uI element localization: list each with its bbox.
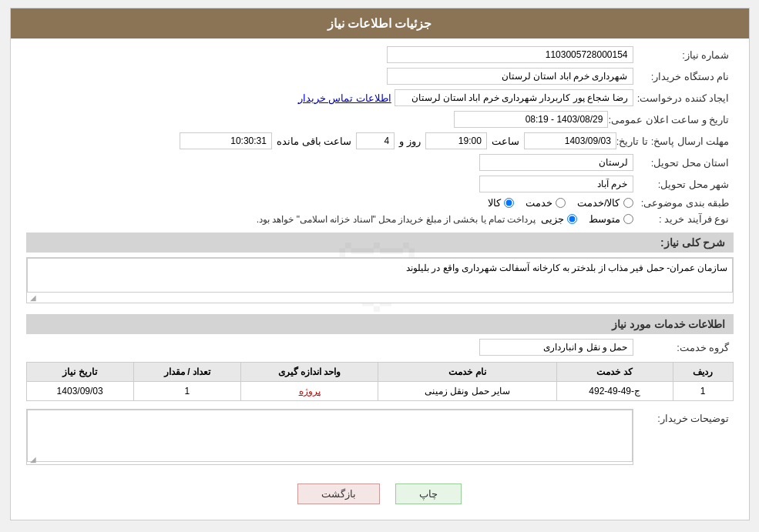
- radio-kala-khadamat-label: کالا/خدمت: [577, 197, 620, 209]
- cell-row: 1: [673, 382, 733, 401]
- category-label: طبقه بندی موضوعی:: [633, 197, 734, 209]
- radio-jozvi[interactable]: [567, 214, 577, 224]
- col-code: کد خدمت: [556, 363, 673, 382]
- col-unit: واحد اندازه گیری: [240, 363, 378, 382]
- response-deadline-label: مهلت ارسال پاسخ: تا تاریخ:: [616, 136, 734, 147]
- cell-code: ج-49-49-492: [556, 382, 673, 401]
- purchase-type-fields: متوسط جزیی پرداخت تمام یا بخشی از مبلغ خ…: [257, 213, 633, 225]
- radio-kala-label: کالا: [488, 197, 501, 209]
- services-section-header: اطلاعات خدمات مورد نیاز: [26, 314, 734, 334]
- service-group-input[interactable]: [479, 339, 633, 356]
- radio-kala[interactable]: [504, 198, 514, 208]
- announce-label: تاریخ و ساعت اعلان عمومی:: [608, 114, 733, 125]
- radio-kala-khadamat-item: کالا/خدمت: [577, 197, 633, 209]
- cell-unit[interactable]: پروژه: [240, 382, 378, 401]
- response-days-input[interactable]: [356, 132, 395, 149]
- content-area: 🛡 شماره نیاز: نام دستگاه خریدار: ایجاد ک…: [11, 38, 749, 520]
- response-deadline-fields: ساعت روز و ساعت باقی مانده: [180, 132, 616, 149]
- category-row: طبقه بندی موضوعی: کالا/خدمت خدمت کالا: [26, 197, 734, 209]
- back-button[interactable]: بازگشت: [297, 483, 380, 504]
- purchase-note: پرداخت تمام یا بخشی از مبلغ خریداز محل "…: [257, 214, 536, 225]
- buyer-org-input[interactable]: [387, 68, 633, 85]
- city-label: شهر محل تحویل:: [633, 179, 734, 190]
- response-date-input[interactable]: [524, 132, 616, 149]
- need-number-row: شماره نیاز:: [26, 46, 734, 63]
- response-time-label: ساعت: [492, 136, 519, 147]
- services-table: ردیف کد خدمت نام خدمت واحد اندازه گیری ت…: [26, 362, 734, 401]
- response-time-input[interactable]: [425, 132, 487, 149]
- need-description-container: سازمان عمران- حمل فیر مذاب از بلدختر به …: [26, 257, 734, 306]
- province-input[interactable]: [479, 154, 633, 171]
- services-section-label: اطلاعات خدمات مورد نیاز: [612, 318, 726, 330]
- need-description-label: شرح کلی نیاز:: [660, 236, 725, 249]
- page-header: جزئیات اطلاعات نیاز: [11, 8, 749, 38]
- purchase-type-radio-group: متوسط جزیی: [541, 213, 633, 225]
- buyer-notes-container: ◢: [26, 409, 633, 468]
- need-description-row: سازمان عمران- حمل فیر مذاب از بلدختر به …: [26, 257, 734, 306]
- city-input[interactable]: [479, 176, 633, 192]
- radio-motavasset[interactable]: [623, 214, 633, 224]
- response-remaining-input[interactable]: [180, 132, 272, 149]
- resize-handle: ◢: [29, 293, 36, 301]
- radio-khadamat-label: خدمت: [526, 197, 552, 209]
- creator-contact-link[interactable]: اطلاعات تماس خریدار: [298, 92, 391, 104]
- page-container: جزئیات اطلاعات نیاز 🛡 شماره نیاز: نام دس…: [10, 8, 750, 520]
- radio-motavasset-item: متوسط: [589, 213, 633, 225]
- buyer-notes-textarea[interactable]: [27, 410, 633, 462]
- category-radio-group: کالا/خدمت خدمت کالا: [488, 197, 633, 209]
- buyer-org-label: نام دستگاه خریدار:: [633, 71, 734, 82]
- need-number-label: شماره نیاز:: [633, 49, 734, 61]
- province-row: استان محل تحویل:: [26, 154, 734, 171]
- announce-input[interactable]: [454, 111, 608, 128]
- print-button[interactable]: چاپ: [395, 483, 462, 504]
- cell-name: سایر حمل ونقل زمینی: [378, 382, 556, 401]
- purchase-type-row: نوع فرآیند خرید : متوسط جزیی پرداخت تمام…: [26, 213, 734, 225]
- radio-jozvi-label: جزیی: [541, 213, 564, 225]
- col-name: نام خدمت: [378, 363, 556, 382]
- buyer-notes-row: توضیحات خریدار: ◢: [26, 409, 734, 468]
- buyer-notes-area: ◢: [26, 409, 633, 465]
- creator-input[interactable]: [395, 89, 633, 106]
- response-deadline-row: مهلت ارسال پاسخ: تا تاریخ: ساعت روز و سا…: [26, 132, 734, 149]
- service-group-row: گروه خدمت:: [26, 339, 734, 356]
- need-number-input[interactable]: [387, 46, 633, 63]
- need-description-textarea[interactable]: سازمان عمران- حمل فیر مذاب از بلدختر به …: [27, 258, 733, 293]
- page-title: جزئیات اطلاعات نیاز: [327, 17, 432, 30]
- service-group-label: گروه خدمت:: [633, 342, 734, 353]
- city-row: شهر محل تحویل:: [26, 176, 734, 192]
- radio-kala-item: کالا: [488, 197, 514, 209]
- creator-row: ایجاد کننده درخواست: اطلاعات تماس خریدار: [26, 89, 734, 106]
- need-description-area: سازمان عمران- حمل فیر مذاب از بلدختر به …: [26, 257, 734, 303]
- radio-khadamat[interactable]: [556, 198, 566, 208]
- resize-handle-notes: ◢: [29, 455, 36, 463]
- creator-label: ایجاد کننده درخواست:: [633, 92, 734, 104]
- province-label: استان محل تحویل:: [633, 157, 734, 169]
- need-description-section-header: شرح کلی نیاز:: [26, 233, 734, 253]
- announce-row: تاریخ و ساعت اعلان عمومی:: [26, 111, 734, 128]
- response-days-label: روز و: [399, 136, 421, 147]
- radio-jozvi-item: جزیی: [541, 213, 577, 225]
- radio-motavasset-label: متوسط: [589, 213, 620, 225]
- radio-khadamat-item: خدمت: [526, 197, 566, 209]
- table-row: 1 ج-49-49-492 سایر حمل ونقل زمینی پروژه …: [26, 382, 733, 401]
- buyer-org-row: نام دستگاه خریدار:: [26, 68, 734, 85]
- buttons-row: چاپ بازگشت: [26, 483, 734, 504]
- col-count: تعداد / مقدار: [133, 363, 240, 382]
- response-remaining-label: ساعت باقی مانده: [277, 136, 351, 147]
- col-date: تاریخ نیاز: [26, 363, 133, 382]
- cell-count: 1: [133, 382, 240, 401]
- radio-kala-khadamat[interactable]: [623, 198, 633, 208]
- purchase-type-label: نوع فرآیند خرید :: [633, 213, 734, 225]
- col-row: ردیف: [673, 363, 733, 382]
- buyer-notes-label: توضیحات خریدار:: [633, 409, 734, 424]
- cell-date: 1403/09/03: [26, 382, 133, 401]
